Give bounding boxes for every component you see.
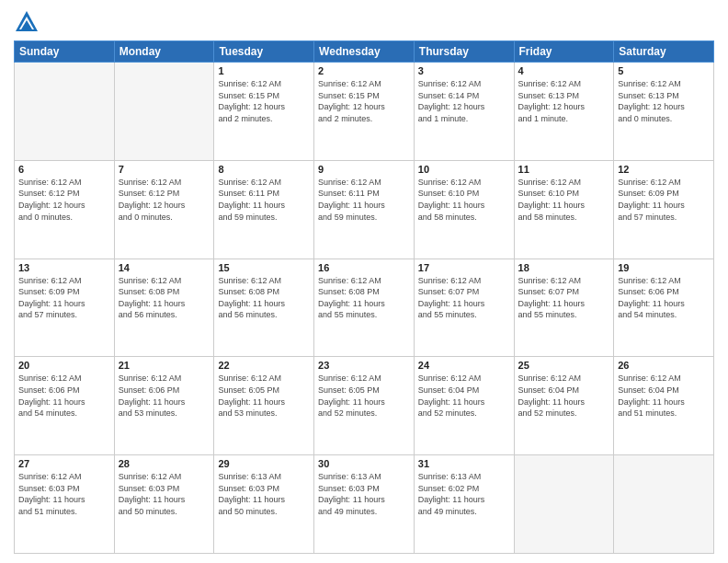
day-of-week-tuesday: Tuesday xyxy=(214,41,314,63)
day-info: Sunrise: 6:12 AMSunset: 6:10 PMDaylight:… xyxy=(418,177,510,223)
calendar-table: SundayMondayTuesdayWednesdayThursdayFrid… xyxy=(14,40,714,554)
day-info: Sunrise: 6:12 AMSunset: 6:04 PMDaylight:… xyxy=(418,373,510,419)
day-number: 25 xyxy=(518,360,610,371)
day-number: 26 xyxy=(618,360,710,371)
day-info: Sunrise: 6:12 AMSunset: 6:12 PMDaylight:… xyxy=(119,177,210,223)
day-of-week-saturday: Saturday xyxy=(614,41,714,63)
day-number: 22 xyxy=(218,360,310,371)
day-info: Sunrise: 6:12 AMSunset: 6:14 PMDaylight:… xyxy=(418,78,510,124)
day-number: 31 xyxy=(418,458,510,469)
day-number: 13 xyxy=(18,262,110,273)
calendar-cell: 10Sunrise: 6:12 AMSunset: 6:10 PMDayligh… xyxy=(414,160,514,259)
calendar-cell: 27Sunrise: 6:12 AMSunset: 6:03 PMDayligh… xyxy=(15,455,115,554)
calendar-header: SundayMondayTuesdayWednesdayThursdayFrid… xyxy=(15,41,714,63)
day-of-week-wednesday: Wednesday xyxy=(314,41,415,63)
calendar-cell xyxy=(114,63,214,161)
calendar-cell: 18Sunrise: 6:12 AMSunset: 6:07 PMDayligh… xyxy=(514,259,614,357)
calendar-cell: 14Sunrise: 6:12 AMSunset: 6:08 PMDayligh… xyxy=(114,259,214,357)
week-row-1: 1Sunrise: 6:12 AMSunset: 6:15 PMDaylight… xyxy=(15,63,714,161)
calendar-cell: 20Sunrise: 6:12 AMSunset: 6:06 PMDayligh… xyxy=(15,357,115,455)
day-info: Sunrise: 6:12 AMSunset: 6:09 PMDaylight:… xyxy=(18,275,110,321)
day-number: 3 xyxy=(418,65,510,76)
day-number: 27 xyxy=(18,458,110,469)
day-number: 11 xyxy=(518,164,610,175)
day-info: Sunrise: 6:12 AMSunset: 6:13 PMDaylight:… xyxy=(618,78,710,124)
page: SundayMondayTuesdayWednesdayThursdayFrid… xyxy=(0,0,728,563)
day-number: 30 xyxy=(318,458,410,469)
logo xyxy=(14,9,42,35)
day-info: Sunrise: 6:12 AMSunset: 6:04 PMDaylight:… xyxy=(618,373,710,419)
calendar-cell: 13Sunrise: 6:12 AMSunset: 6:09 PMDayligh… xyxy=(15,259,115,357)
day-info: Sunrise: 6:12 AMSunset: 6:15 PMDaylight:… xyxy=(318,78,410,124)
logo-icon xyxy=(14,9,40,35)
day-info: Sunrise: 6:12 AMSunset: 6:05 PMDaylight:… xyxy=(318,373,410,419)
day-number: 20 xyxy=(18,360,110,371)
calendar-body: 1Sunrise: 6:12 AMSunset: 6:15 PMDaylight… xyxy=(15,63,714,554)
day-number: 28 xyxy=(119,458,210,469)
calendar-cell: 21Sunrise: 6:12 AMSunset: 6:06 PMDayligh… xyxy=(114,357,214,455)
days-of-week-row: SundayMondayTuesdayWednesdayThursdayFrid… xyxy=(15,41,714,63)
day-info: Sunrise: 6:12 AMSunset: 6:06 PMDaylight:… xyxy=(119,373,210,419)
calendar-cell: 7Sunrise: 6:12 AMSunset: 6:12 PMDaylight… xyxy=(114,160,214,259)
day-number: 9 xyxy=(318,164,410,175)
day-number: 18 xyxy=(518,262,610,273)
day-of-week-monday: Monday xyxy=(114,41,214,63)
week-row-4: 20Sunrise: 6:12 AMSunset: 6:06 PMDayligh… xyxy=(15,357,714,455)
calendar-cell: 23Sunrise: 6:12 AMSunset: 6:05 PMDayligh… xyxy=(314,357,415,455)
day-number: 8 xyxy=(218,164,310,175)
day-info: Sunrise: 6:12 AMSunset: 6:08 PMDaylight:… xyxy=(119,275,210,321)
day-number: 29 xyxy=(218,458,310,469)
calendar-cell xyxy=(514,455,614,554)
day-info: Sunrise: 6:12 AMSunset: 6:06 PMDaylight:… xyxy=(618,275,710,321)
week-row-2: 6Sunrise: 6:12 AMSunset: 6:12 PMDaylight… xyxy=(15,160,714,259)
day-number: 2 xyxy=(318,65,410,76)
day-info: Sunrise: 6:12 AMSunset: 6:13 PMDaylight:… xyxy=(518,78,610,124)
day-number: 24 xyxy=(418,360,510,371)
calendar-cell: 16Sunrise: 6:12 AMSunset: 6:08 PMDayligh… xyxy=(314,259,415,357)
calendar-cell: 17Sunrise: 6:12 AMSunset: 6:07 PMDayligh… xyxy=(414,259,514,357)
day-number: 15 xyxy=(218,262,310,273)
day-number: 17 xyxy=(418,262,510,273)
day-info: Sunrise: 6:12 AMSunset: 6:09 PMDaylight:… xyxy=(618,177,710,223)
day-info: Sunrise: 6:12 AMSunset: 6:15 PMDaylight:… xyxy=(218,78,310,124)
day-info: Sunrise: 6:13 AMSunset: 6:02 PMDaylight:… xyxy=(418,471,510,517)
day-of-week-friday: Friday xyxy=(514,41,614,63)
day-number: 7 xyxy=(119,164,210,175)
calendar-cell: 25Sunrise: 6:12 AMSunset: 6:04 PMDayligh… xyxy=(514,357,614,455)
day-info: Sunrise: 6:12 AMSunset: 6:10 PMDaylight:… xyxy=(518,177,610,223)
day-number: 12 xyxy=(618,164,710,175)
day-info: Sunrise: 6:12 AMSunset: 6:05 PMDaylight:… xyxy=(218,373,310,419)
calendar-cell: 28Sunrise: 6:12 AMSunset: 6:03 PMDayligh… xyxy=(114,455,214,554)
day-info: Sunrise: 6:13 AMSunset: 6:03 PMDaylight:… xyxy=(218,471,310,517)
day-number: 5 xyxy=(618,65,710,76)
day-number: 23 xyxy=(318,360,410,371)
day-number: 16 xyxy=(318,262,410,273)
day-of-week-thursday: Thursday xyxy=(414,41,514,63)
week-row-5: 27Sunrise: 6:12 AMSunset: 6:03 PMDayligh… xyxy=(15,455,714,554)
calendar-cell: 12Sunrise: 6:12 AMSunset: 6:09 PMDayligh… xyxy=(614,160,714,259)
calendar-cell: 30Sunrise: 6:13 AMSunset: 6:03 PMDayligh… xyxy=(314,455,415,554)
header xyxy=(14,9,714,35)
day-info: Sunrise: 6:12 AMSunset: 6:06 PMDaylight:… xyxy=(18,373,110,419)
calendar-cell: 8Sunrise: 6:12 AMSunset: 6:11 PMDaylight… xyxy=(214,160,314,259)
day-info: Sunrise: 6:12 AMSunset: 6:11 PMDaylight:… xyxy=(318,177,410,223)
calendar-cell: 11Sunrise: 6:12 AMSunset: 6:10 PMDayligh… xyxy=(514,160,614,259)
day-info: Sunrise: 6:12 AMSunset: 6:08 PMDaylight:… xyxy=(218,275,310,321)
day-info: Sunrise: 6:12 AMSunset: 6:03 PMDaylight:… xyxy=(119,471,210,517)
calendar-cell: 15Sunrise: 6:12 AMSunset: 6:08 PMDayligh… xyxy=(214,259,314,357)
calendar-cell: 5Sunrise: 6:12 AMSunset: 6:13 PMDaylight… xyxy=(614,63,714,161)
calendar-cell: 26Sunrise: 6:12 AMSunset: 6:04 PMDayligh… xyxy=(614,357,714,455)
calendar-cell: 31Sunrise: 6:13 AMSunset: 6:02 PMDayligh… xyxy=(414,455,514,554)
calendar-cell: 2Sunrise: 6:12 AMSunset: 6:15 PMDaylight… xyxy=(314,63,415,161)
day-info: Sunrise: 6:12 AMSunset: 6:07 PMDaylight:… xyxy=(418,275,510,321)
calendar-cell: 9Sunrise: 6:12 AMSunset: 6:11 PMDaylight… xyxy=(314,160,415,259)
day-info: Sunrise: 6:12 AMSunset: 6:11 PMDaylight:… xyxy=(218,177,310,223)
day-info: Sunrise: 6:13 AMSunset: 6:03 PMDaylight:… xyxy=(318,471,410,517)
day-number: 10 xyxy=(418,164,510,175)
calendar-cell xyxy=(614,455,714,554)
calendar-cell xyxy=(15,63,115,161)
day-number: 6 xyxy=(18,164,110,175)
day-info: Sunrise: 6:12 AMSunset: 6:07 PMDaylight:… xyxy=(518,275,610,321)
calendar-cell: 24Sunrise: 6:12 AMSunset: 6:04 PMDayligh… xyxy=(414,357,514,455)
day-info: Sunrise: 6:12 AMSunset: 6:12 PMDaylight:… xyxy=(18,177,110,223)
